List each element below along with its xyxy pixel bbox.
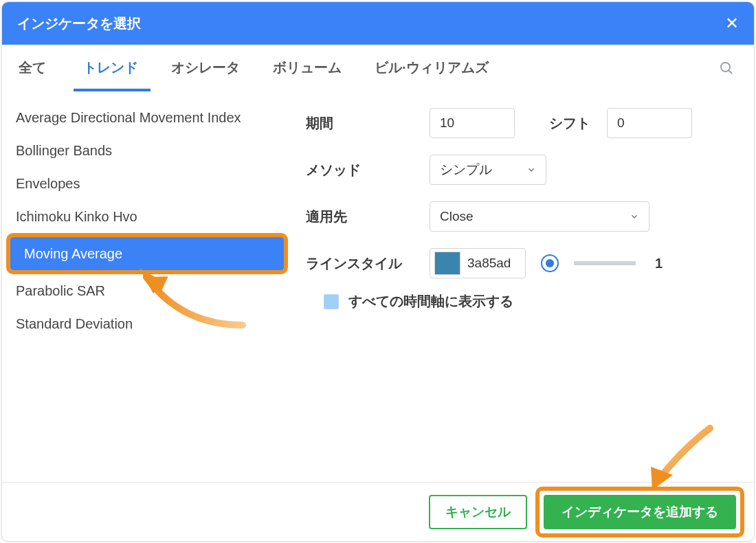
settings-panel: 期間 シフト メソッド シンプル 適用先 C [292,91,754,482]
line-width-value: 1 [655,256,663,272]
tab-label: 全て [19,58,46,77]
list-item-label: Parabolic SAR [16,283,105,299]
tab-label: オシレータ [171,58,240,77]
highlight-annotation: インディケータを追加する [535,487,744,538]
dialog-footer: キャンセル インディケータを追加する [2,482,754,541]
list-item[interactable]: Envelopes [9,167,285,200]
period-label: 期間 [306,114,430,133]
list-item-label: Moving Average [24,246,122,262]
tab-label: ビル·ウィリアムズ [375,58,489,77]
line-style-radio[interactable] [541,254,559,272]
tab-bar: 全て トレンド オシレータ ボリューム ビル·ウィリアムズ [2,45,754,91]
indicator-list: Average Directional Movement Index Bolli… [2,91,292,482]
dialog-header: インジケータを選択 ✕ [2,2,754,45]
select-value: シンプル [440,161,492,179]
tab-bill-williams[interactable]: ビル·ウィリアムズ [358,45,505,91]
list-item[interactable]: Parabolic SAR [9,274,285,307]
cancel-button[interactable]: キャンセル [429,495,527,529]
add-indicator-button[interactable]: インディケータを追加する [544,495,736,529]
dialog-content: Average Directional Movement Index Bolli… [2,91,754,482]
tab-trend[interactable]: トレンド [67,45,155,91]
apply-select[interactable]: Close [430,201,649,232]
tab-label: トレンド [83,58,138,77]
color-hex-text: 3a85ad [467,256,511,271]
tab-volume[interactable]: ボリューム [256,45,358,91]
list-item-moving-average[interactable]: Moving Average [10,237,284,270]
list-item[interactable]: Standard Deviation [9,307,285,340]
line-color-picker[interactable]: 3a85ad [430,248,526,278]
line-width-track[interactable] [574,261,636,265]
row-period: 期間 シフト [306,108,733,138]
show-all-timeframes-checkbox[interactable] [324,294,339,309]
highlight-annotation: Moving Average [6,233,288,274]
tab-label: ボリューム [273,58,342,77]
list-item[interactable]: Bollinger Bands [9,134,285,167]
method-select[interactable]: シンプル [430,155,546,185]
row-line-style: ラインスタイル 3a85ad 1 [306,248,733,278]
row-method: メソッド シンプル [306,155,733,185]
select-value: Close [440,209,474,224]
button-label: インディケータを追加する [562,503,718,521]
period-input[interactable] [430,108,515,138]
list-item[interactable]: Ichimoku Kinko Hvo [9,200,285,233]
chevron-down-icon [630,212,639,221]
button-label: キャンセル [445,503,511,521]
svg-line-1 [729,70,732,74]
tab-all[interactable]: 全て [16,45,67,91]
list-item-label: Ichimoku Kinko Hvo [16,209,137,225]
list-item[interactable]: Average Directional Movement Index [9,101,285,134]
tab-oscillator[interactable]: オシレータ [155,45,256,91]
line-style-label: ラインスタイル [306,254,430,273]
indicator-select-dialog: インジケータを選択 ✕ 全て トレンド オシレータ ボリューム ビル·ウィリアム… [1,1,755,542]
row-show-all-timeframes: すべての時間軸に表示する [306,292,733,311]
search-icon[interactable] [718,60,740,76]
list-item-label: Envelopes [16,176,80,192]
show-all-timeframes-label: すべての時間軸に表示する [348,292,513,311]
list-item-label: Average Directional Movement Index [16,110,241,126]
dialog-title: インジケータを選択 [17,14,141,33]
close-icon[interactable]: ✕ [725,14,739,33]
list-item-label: Bollinger Bands [16,143,112,159]
row-apply: 適用先 Close [306,201,733,232]
color-swatch [434,252,460,275]
list-item-label: Standard Deviation [16,316,133,332]
svg-point-0 [721,63,730,71]
chevron-down-icon [526,165,536,175]
shift-label: シフト [549,114,590,133]
shift-input[interactable] [607,108,692,138]
method-label: メソッド [306,161,430,179]
apply-label: 適用先 [306,208,430,226]
